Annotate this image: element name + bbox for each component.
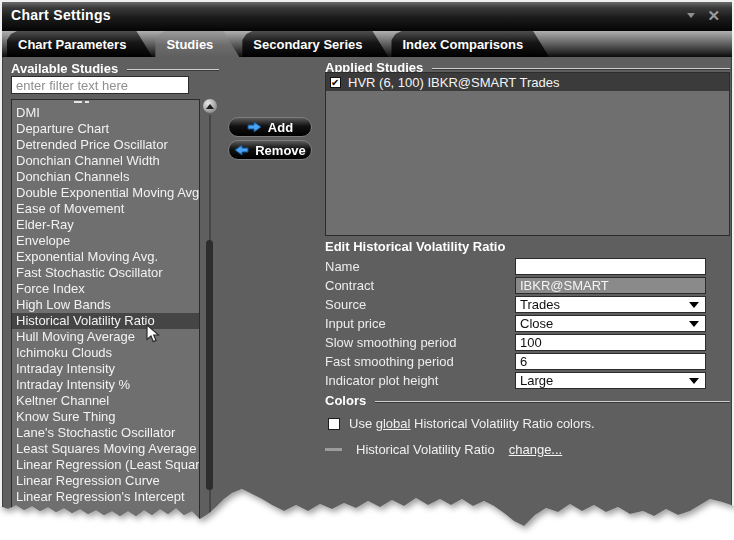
study-list-item[interactable]: Ease of Movement <box>12 201 199 217</box>
header-divider <box>432 68 730 69</box>
chevron-down-icon <box>689 378 699 389</box>
study-list-item[interactable]: Ichimoku Clouds <box>12 345 199 361</box>
study-list-item[interactable]: Keltner Channel <box>12 393 199 409</box>
field-label: Name <box>325 259 515 274</box>
window-title: Chart Settings <box>2 7 111 23</box>
checkbox-checked-icon[interactable] <box>330 77 341 88</box>
tab-bar: Chart Parameters Studies Secondary Serie… <box>2 28 732 57</box>
add-button[interactable]: Add <box>228 117 312 137</box>
study-list-item[interactable]: Linear Regression's Intercept <box>12 489 199 505</box>
study-color-label: Historical Volatility Ratio <box>356 442 495 457</box>
scrollbar-thumb[interactable] <box>206 240 213 490</box>
field-label: Source <box>325 297 515 312</box>
tab[interactable]: Studies <box>155 31 239 57</box>
chevron-down-icon <box>689 321 699 332</box>
torn-screenshot-shadow: Chart Settings ✕ Chart Parameters Studie… <box>0 0 734 540</box>
field-control[interactable]: Close <box>515 315 706 332</box>
tab-label: Index Comparisons <box>402 37 523 52</box>
arrow-left-icon <box>234 144 249 156</box>
field-label: Slow smoothing period <box>325 335 515 350</box>
applied-study-row[interactable]: HVR (6, 100) IBKR@SMART Trades <box>326 73 729 91</box>
studies-panel: Available Studies DMI Departure Chart De… <box>2 57 732 540</box>
form-row: Source Trades <box>325 295 730 314</box>
checkbox-unchecked-icon[interactable] <box>328 418 340 430</box>
title-bar[interactable]: Chart Settings ✕ <box>2 2 732 28</box>
field-label: Input price <box>325 316 515 331</box>
edit-form: Name Contract IBKR@SMART <box>325 257 730 390</box>
study-list-item[interactable]: Hull Moving Average <box>12 329 199 345</box>
study-list-item[interactable]: Fast Stochastic Oscillator <box>12 265 199 281</box>
study-list-item[interactable]: Intraday Intensity % <box>12 377 199 393</box>
field-control[interactable]: IBKR@SMART <box>515 277 706 294</box>
field-label: Indicator plot height <box>325 373 515 388</box>
study-list-item[interactable]: Envelope <box>12 233 199 249</box>
study-list-item[interactable]: Lane's Stochastic Oscillator <box>12 425 199 441</box>
field-control[interactable]: 6 <box>515 353 706 370</box>
field-value: Close <box>516 316 705 331</box>
chevron-down-icon <box>689 302 699 313</box>
scrollbar-up-icon[interactable] <box>203 99 217 113</box>
header-divider <box>127 69 219 70</box>
form-row: Name <box>325 257 730 276</box>
window-menu-icon[interactable] <box>687 13 695 22</box>
study-color-swatch <box>325 448 342 451</box>
colors-title: Colors <box>325 393 366 408</box>
field-label: Fast smoothing period <box>325 354 515 369</box>
tab[interactable]: Secondary Series <box>242 31 388 57</box>
available-studies-list[interactable]: DMI Departure Chart Detrended Price Osci… <box>11 99 200 540</box>
field-control[interactable]: 100 <box>515 334 706 351</box>
field-value: Trades <box>516 297 705 312</box>
field-control[interactable] <box>515 258 706 275</box>
study-list-item[interactable]: DMI <box>12 105 199 121</box>
study-list-item[interactable]: Historical Volatility Ratio <box>12 313 199 329</box>
study-list-item[interactable]: Know Sure Thing <box>12 409 199 425</box>
study-color-row: Historical Volatility Ratio change... <box>325 441 562 457</box>
form-row: Slow smoothing period 100 <box>325 333 730 352</box>
study-list-item[interactable]: Donchian Channels <box>12 169 199 185</box>
form-row: Input price Close <box>325 314 730 333</box>
applied-studies-list[interactable]: HVR (6, 100) IBKR@SMART Trades <box>325 72 730 236</box>
screenshot-stage: Chart Settings ✕ Chart Parameters Studie… <box>0 0 734 540</box>
field-control[interactable]: Trades <box>515 296 706 313</box>
study-list-item[interactable]: Linear Regression (Least Square <box>12 457 199 473</box>
filter-input[interactable] <box>11 76 189 94</box>
mouse-cursor-icon <box>146 324 160 345</box>
field-value: 100 <box>516 335 705 350</box>
study-list-item[interactable]: Linear Regression Curve <box>12 473 199 489</box>
window-controls: ✕ <box>687 8 732 23</box>
field-value: IBKR@SMART <box>516 278 705 293</box>
change-color-link[interactable]: change... <box>509 442 563 457</box>
field-label: Contract <box>325 278 515 293</box>
tab[interactable]: Index Comparisons <box>391 31 549 57</box>
available-studies-title: Available Studies <box>11 61 118 76</box>
use-global-colors-label: Use global Historical Volatility Ratio c… <box>349 416 595 431</box>
close-icon[interactable]: ✕ <box>707 8 720 23</box>
study-list-item[interactable]: Double Exponential Moving Avg. <box>12 185 199 201</box>
remove-button-label: Remove <box>255 143 306 158</box>
header-divider <box>375 401 730 402</box>
form-row: Indicator plot height Large <box>325 371 730 390</box>
chart-settings-dialog: Chart Settings ✕ Chart Parameters Studie… <box>0 0 734 540</box>
study-list-item[interactable]: Intraday Intensity <box>12 361 199 377</box>
use-global-colors-row: Use global Historical Volatility Ratio c… <box>328 416 595 431</box>
study-list-item[interactable]: Donchian Channel Width <box>12 153 199 169</box>
tab[interactable]: Chart Parameters <box>7 31 152 57</box>
study-list-item[interactable]: Detrended Price Oscillator <box>12 137 199 153</box>
form-row: Fast smoothing period 6 <box>325 352 730 371</box>
edit-section-title: Edit Historical Volatility Ratio <box>325 239 505 254</box>
study-list-item[interactable]: Departure Chart <box>12 121 199 137</box>
applied-study-label: HVR (6, 100) IBKR@SMART Trades <box>348 75 559 90</box>
study-list-item[interactable]: High Low Bands <box>12 297 199 313</box>
remove-button[interactable]: Remove <box>228 140 312 160</box>
field-control[interactable]: Large <box>515 372 706 389</box>
field-value: Large <box>516 373 705 388</box>
study-list-item[interactable]: Force Index <box>12 281 199 297</box>
colors-header: Colors <box>325 393 730 408</box>
study-list-item[interactable]: Exponential Moving Avg. <box>12 249 199 265</box>
study-list-item[interactable]: Elder-Ray <box>12 217 199 233</box>
add-button-label: Add <box>268 120 293 135</box>
global-link[interactable]: global <box>376 416 411 431</box>
arrow-right-icon <box>247 121 262 133</box>
form-row: Contract IBKR@SMART <box>325 276 730 295</box>
study-list-item[interactable]: Least Squares Moving Average <box>12 441 199 457</box>
